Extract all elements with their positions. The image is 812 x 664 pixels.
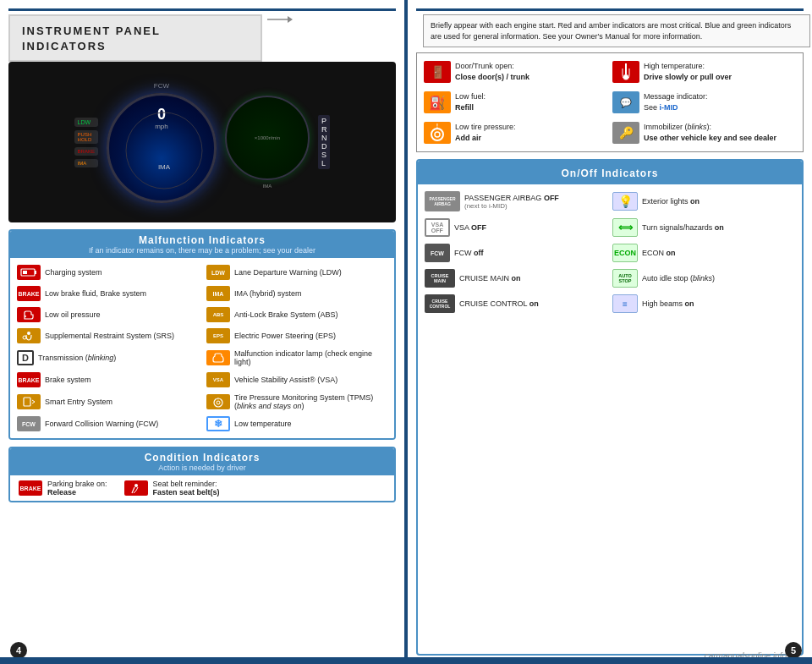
fcw-off-text: FCW off bbox=[454, 249, 484, 257]
message-callout: 💬 Message indicator:See i-MID bbox=[612, 89, 796, 116]
malfunction-content: Charging system LDW Lane Departure Warni… bbox=[10, 258, 394, 438]
ima-dash-label: IMA bbox=[263, 184, 272, 189]
low-temp-text: Low temperature bbox=[234, 420, 292, 428]
top-bar-left bbox=[8, 8, 396, 11]
eps-text: Electric Power Steering (EPS) bbox=[234, 332, 336, 340]
high-beams-text: High beams on bbox=[642, 299, 694, 308]
svg-point-12 bbox=[217, 401, 220, 404]
indicator-item-charging: Charging system bbox=[17, 263, 198, 282]
vsa-off-item: VSAOFF VSA OFF bbox=[425, 217, 607, 239]
vsa-icon: VSA bbox=[206, 372, 230, 387]
svg-rect-5 bbox=[23, 271, 27, 274]
title-box: INSTRUMENT PANEL INDICATORS bbox=[8, 14, 262, 62]
auto-idle-item: AUTOSTOP Auto idle stop (blinks) bbox=[612, 267, 795, 289]
bottom-bar-right bbox=[406, 657, 812, 664]
svg-marker-1 bbox=[288, 16, 293, 23]
svg-text:!: ! bbox=[436, 123, 438, 129]
cruise-main-text: CRUISE MAIN on bbox=[459, 274, 521, 283]
exterior-lights-item: 💡 Exterior lights on bbox=[612, 189, 795, 213]
svg-point-14 bbox=[134, 484, 138, 487]
auto-idle-text: Auto idle stop (blinks) bbox=[642, 274, 715, 283]
oil-icon bbox=[17, 307, 41, 322]
tpms-svg: ! bbox=[211, 396, 226, 408]
ima-indicator: IMA bbox=[74, 159, 98, 167]
svg-point-7 bbox=[25, 316, 26, 317]
trans-text: Transmission (blinking) bbox=[38, 354, 116, 362]
cruise-main-icon: CRUISEMAIN bbox=[425, 269, 455, 288]
door-icon: 🚪 bbox=[424, 61, 451, 83]
tpms-text: Tire Pressure Monitoring System (TPMS) (… bbox=[234, 393, 387, 410]
fuel-text: Low fuel:Refill bbox=[455, 91, 486, 112]
indicator-item-eps: EPS Electric Power Steering (EPS) bbox=[206, 327, 387, 345]
charging-icon bbox=[17, 265, 41, 280]
indicator-item-brake-fluid: BRAKE Low brake fluid, Brake system bbox=[17, 284, 198, 303]
fcw-warn-text: Forward Collision Warning (FCW) bbox=[45, 420, 158, 428]
brake-sys-text: Brake system bbox=[45, 376, 91, 384]
message-text: Message indicator:See i-MID bbox=[644, 91, 708, 112]
ima-text: IMA (hybrid) system bbox=[234, 289, 302, 298]
ldw-icon: LDW bbox=[206, 265, 230, 280]
onoff-grid: PASSENGERAIRBAG PASSENGER AIRBAG OFF (ne… bbox=[425, 189, 795, 315]
gauge-right-indicators: PRNDSL bbox=[318, 115, 331, 169]
tire-svg: ! bbox=[427, 123, 447, 143]
indicator-item-check-engine: Malfunction indicator lamp (check engine… bbox=[206, 348, 387, 368]
passenger-airbag-subtext: (next to i-MID) bbox=[464, 202, 559, 210]
malfunction-grid: Charging system LDW Lane Departure Warni… bbox=[17, 263, 387, 433]
tpms-icon: ! bbox=[206, 394, 230, 409]
warning-callouts: 🚪 Door/Trunk open:Close door(s) / trunk … bbox=[416, 52, 804, 152]
vsa-text: Vehicle Stability Assist® (VSA) bbox=[234, 376, 337, 384]
fuel-callout: ⛽ Low fuel:Refill bbox=[424, 89, 607, 116]
indicator-item-tpms: ! Tire Pressure Monitoring System (TPMS)… bbox=[206, 392, 387, 412]
indicator-item-fcw-warn: FCW Forward Collision Warning (FCW) bbox=[17, 414, 198, 433]
exterior-lights-text: Exterior lights on bbox=[642, 197, 700, 206]
fuel-icon: ⛽ bbox=[424, 91, 451, 113]
condition-section: Condition Indicators Action is needed by… bbox=[8, 447, 396, 502]
high-temp-icon bbox=[612, 61, 639, 83]
high-temp-svg bbox=[616, 62, 636, 82]
srs-text: Supplemental Restraint System (SRS) bbox=[45, 332, 174, 340]
onoff-header: On/Off Indicators bbox=[418, 161, 802, 184]
econ-on-text: ECON on bbox=[642, 249, 676, 257]
check-engine-text: Malfunction indicator lamp (check engine… bbox=[234, 349, 387, 366]
right-panel: Briefly appear with each engine start. R… bbox=[408, 0, 812, 664]
condition-title: Condition Indicators bbox=[17, 452, 387, 464]
tachometer: ×1000r/min bbox=[225, 96, 310, 180]
onoff-title: On/Off Indicators bbox=[562, 167, 659, 179]
abs-icon: ABS bbox=[206, 307, 230, 322]
cruise-control-item: CRUISECONTROL CRUISE CONTROL on bbox=[425, 293, 607, 315]
smart-entry-text: Smart Entry System bbox=[45, 398, 112, 406]
page-number-left: 4 bbox=[10, 642, 27, 659]
malfunction-header: Malfunction Indicators If an indicator r… bbox=[10, 231, 394, 258]
srs-svg bbox=[21, 330, 36, 342]
svg-point-17 bbox=[435, 132, 440, 137]
brake-fluid-icon: BRAKE bbox=[17, 286, 41, 301]
callout-description-text: Briefly appear with each engine start. R… bbox=[431, 21, 791, 41]
srs-icon bbox=[17, 328, 41, 343]
svg-text:IMA: IMA bbox=[158, 163, 171, 171]
oil-svg bbox=[21, 309, 36, 321]
high-temp-callout: High temperature:Drive slowly or pull ov… bbox=[612, 58, 796, 85]
callout-grid: 🚪 Door/Trunk open:Close door(s) / trunk … bbox=[424, 58, 796, 146]
left-panel: INSTRUMENT PANEL INDICATORS LDW PUSHHOLD… bbox=[0, 0, 404, 664]
high-temp-text: High temperature:Drive slowly or pull ov… bbox=[644, 61, 732, 82]
turn-signals-icon: ⟺ bbox=[612, 218, 638, 237]
ldw-text: Lane Departure Warning (LDW) bbox=[234, 268, 342, 277]
door-text: Door/Trunk open:Close door(s) / trunk bbox=[455, 61, 529, 82]
check-engine-icon bbox=[206, 350, 230, 365]
malfunction-title: Malfunction Indicators bbox=[17, 234, 387, 246]
immobilizer-text: Immobilizer (blinks):Use other vehicle k… bbox=[644, 122, 776, 143]
indicator-item-srs: Supplemental Restraint System (SRS) bbox=[17, 327, 198, 345]
page-title: INSTRUMENT PANEL INDICATORS bbox=[22, 25, 161, 52]
indicator-item-brake-sys: BRAKE Brake system bbox=[17, 370, 198, 389]
seatbelt-value: Fasten seat belt(s) bbox=[153, 488, 220, 497]
dashboard-image: LDW PUSHHOLD BRAKE IMA FCW 0 mph bbox=[8, 62, 396, 222]
indicator-item-abs: ABS Anti-Lock Brake System (ABS) bbox=[206, 305, 387, 324]
brake-fluid-text: Low brake fluid, Brake system bbox=[45, 289, 146, 298]
ldw-indicator: LDW bbox=[74, 118, 98, 127]
seatbelt-svg bbox=[129, 482, 144, 494]
tire-text: Low tire pressure:Add air bbox=[455, 122, 516, 143]
seatbelt-item: Seat belt reminder: Fasten seat belt(s) bbox=[124, 480, 220, 497]
svg-point-8 bbox=[27, 332, 30, 335]
low-temp-icon: ❄ bbox=[206, 416, 230, 431]
callout-arrow-icon bbox=[267, 14, 293, 25]
